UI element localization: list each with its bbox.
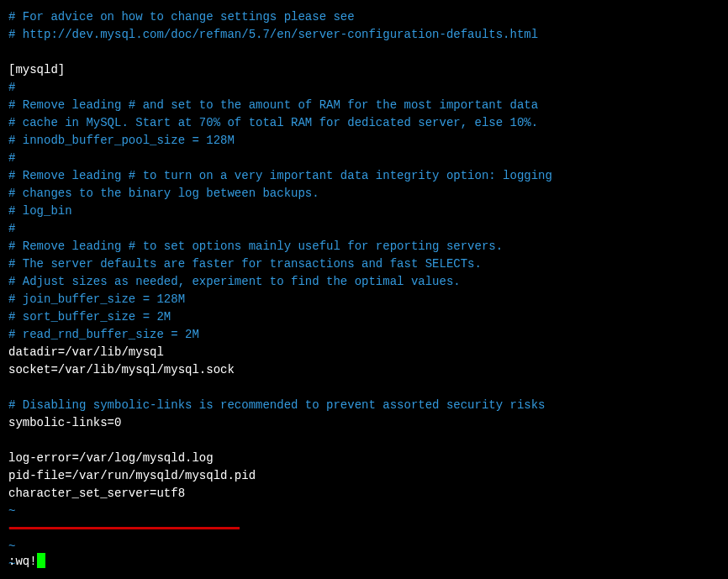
file-line: #	[8, 79, 720, 97]
file-line	[8, 432, 720, 450]
file-line: # cache in MySQL. Start at 70% of total …	[8, 114, 720, 132]
file-line: # The server defaults are faster for tra…	[8, 255, 720, 273]
file-line: character_set_server=utf8	[8, 485, 720, 503]
editor-content[interactable]: # For advice on how to change settings p…	[8, 8, 720, 503]
file-line: # For advice on how to change settings p…	[8, 8, 720, 26]
file-line: [mysqld]	[8, 61, 720, 79]
file-line: socket=/var/lib/mysql/mysql.sock	[8, 361, 720, 379]
file-line: # join_buffer_size = 128M	[8, 291, 720, 308]
file-line: # log_bin	[8, 203, 720, 220]
empty-line-tilde: ~	[8, 503, 720, 520]
file-line: # Disabling symbolic-links is recommende…	[8, 397, 720, 414]
file-line: symbolic-links=0	[8, 414, 720, 432]
file-line	[8, 44, 720, 61]
file-line: # changes to the binary log between back…	[8, 185, 720, 203]
file-line: pid-file=/var/run/mysqld/mysqld.pid	[8, 467, 720, 485]
file-line: # http://dev.mysql.com/doc/refman/5.7/en…	[8, 26, 720, 44]
file-line: # sort_buffer_size = 2M	[8, 308, 720, 326]
file-line: datadir=/var/lib/mysql	[8, 344, 720, 361]
vim-command-line[interactable]: :wq!	[8, 553, 45, 571]
highlight-underline	[9, 527, 240, 529]
command-text: :wq!	[8, 555, 37, 568]
file-line: # Remove leading # to turn on a very imp…	[8, 167, 720, 185]
file-line: #	[8, 220, 720, 238]
file-line: # read_rnd_buffer_size = 2M	[8, 326, 720, 344]
file-line: # Remove leading # to set options mainly…	[8, 238, 720, 255]
file-line: #	[8, 150, 720, 167]
empty-line-tilde: ~	[8, 538, 720, 555]
cursor-block	[37, 553, 45, 568]
file-line: log-error=/var/log/mysqld.log	[8, 450, 720, 467]
file-line: # innodb_buffer_pool_size = 128M	[8, 132, 720, 150]
file-line: # Remove leading # and set to the amount…	[8, 97, 720, 114]
file-line	[8, 379, 720, 397]
file-line: # Adjust sizes as needed, experiment to …	[8, 273, 720, 291]
empty-line-tilde: ~	[8, 555, 720, 573]
